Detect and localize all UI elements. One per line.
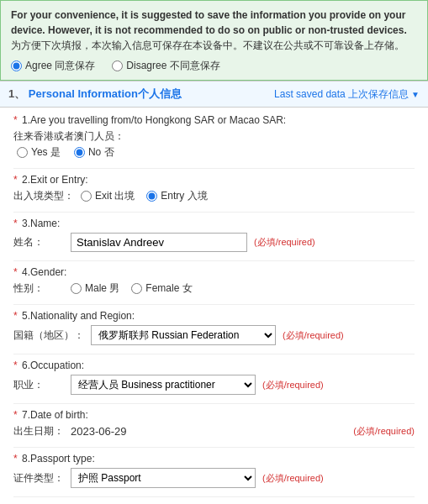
disagree-radio[interactable] [112, 60, 123, 71]
q7-label: * 7.Date of birth: [13, 409, 415, 421]
q4-star: * [13, 266, 18, 278]
question-6: * 6.Occupation: 职业： 经营人员 Business practi… [13, 360, 415, 395]
q2-exit-radio[interactable] [81, 191, 92, 202]
q6-required: (必填/required) [262, 379, 324, 391]
q8-label-en: 8.Passport type: [22, 453, 95, 465]
q4-options: Male 男 Female 女 [71, 281, 193, 296]
q5-label-zh: 国籍（地区）： [13, 328, 84, 343]
agree-radio[interactable] [11, 60, 22, 71]
q2-label: * 2.Exit or Entry: [13, 174, 415, 186]
last-saved-button[interactable]: Last saved data 上次保存信息 ▼ [274, 87, 420, 102]
question-2: * 2.Exit or Entry: 出入境类型： Exit 出境 Entry … [13, 174, 415, 203]
last-saved-label: Last saved data 上次保存信息 [274, 87, 409, 102]
name-input[interactable] [71, 233, 247, 252]
q2-exit[interactable]: Exit 出境 [81, 189, 135, 203]
q5-star: * [13, 310, 18, 322]
notice-box: For your convenience, it is suggested to… [0, 0, 428, 81]
q2-options: Exit 出境 Entry 入境 [81, 189, 208, 203]
notice-zh-text: 为方便下次填报，本次输入信息可保存在本设备中。不建议在公共或不可靠设备上存储。 [11, 39, 404, 51]
q4-label-en: 4.Gender: [22, 266, 66, 278]
q5-row: 国籍（地区）： 俄罗斯联邦 Russian Federation (必填/req… [13, 325, 415, 345]
occupation-select[interactable]: 经营人员 Business practitioner [71, 375, 256, 395]
question-1: * 1.Are you travelling from/to Hongkong … [13, 114, 415, 160]
q8-row: 证件类型： 护照 Passport (必填/required) [13, 468, 415, 488]
q1-options: Yes 是 No 否 [17, 145, 415, 160]
q1-yes-label: Yes 是 [31, 145, 61, 160]
disagree-label: Disagree 不同意保存 [126, 58, 219, 73]
q1-label: * 1.Are you travelling from/to Hongkong … [13, 114, 415, 126]
q4-female-label: Female 女 [145, 281, 192, 296]
q6-label-en: 6.Occupation: [22, 360, 84, 371]
q3-label-zh: 姓名： [13, 235, 64, 249]
q4-male-radio[interactable] [71, 283, 82, 294]
q6-row: 职业： 经营人员 Business practitioner (必填/requi… [13, 375, 415, 395]
q5-label-en: 5.Nationality and Region: [22, 310, 135, 322]
q5-label: * 5.Nationality and Region: [13, 310, 415, 322]
q8-label-zh: 证件类型： [13, 471, 64, 486]
q8-label: * 8.Passport type: [13, 453, 415, 465]
dropdown-arrow-icon: ▼ [411, 90, 420, 99]
q2-label-zh: 出入境类型： [13, 189, 74, 203]
q3-row: 姓名： (必填/required) [13, 233, 415, 252]
q6-label-zh: 职业： [13, 378, 64, 392]
q4-male-label: Male 男 [85, 281, 119, 296]
question-8: * 8.Passport type: 证件类型： 护照 Passport (必填… [13, 453, 415, 488]
q1-yes[interactable]: Yes 是 [17, 145, 61, 160]
q1-star: * [13, 114, 18, 126]
section-number: 1、 [8, 87, 25, 100]
q4-female[interactable]: Female 女 [131, 281, 192, 296]
q1-label-en: 1.Are you travelling from/to Hongkong SA… [22, 114, 286, 126]
nationality-select[interactable]: 俄罗斯联邦 Russian Federation [91, 325, 276, 345]
q2-entry-radio[interactable] [146, 191, 157, 202]
q2-star: * [13, 174, 18, 186]
q5-required: (必填/required) [283, 329, 344, 342]
q2-entry-label: Entry 入境 [161, 189, 207, 203]
q4-label: * 4.Gender: [13, 266, 415, 278]
form-body: * 1.Are you travelling from/to Hongkong … [0, 108, 428, 504]
q4-female-radio[interactable] [131, 283, 142, 294]
q2-exit-label: Exit 出境 [95, 189, 135, 203]
question-4: * 4.Gender: 性别： Male 男 Female 女 [13, 266, 415, 296]
section-title-area: 1、 Personal Information个人信息 [8, 87, 182, 102]
passport-type-select[interactable]: 护照 Passport [71, 468, 256, 488]
q3-required: (必填/required) [254, 236, 315, 249]
q3-label: * 3.Name: [13, 218, 415, 229]
q2-label-en: 2.Exit or Entry: [22, 174, 88, 186]
q1-no-radio[interactable] [74, 147, 85, 158]
q7-star: * [13, 409, 18, 421]
q1-no-label: No 否 [88, 145, 114, 160]
q6-label: * 6.Occupation: [13, 360, 415, 371]
q7-label-zh: 出生日期： [13, 424, 64, 438]
dob-value: 2023-06-29 [71, 425, 127, 438]
q7-row: 出生日期： 2023-06-29 (必填/required) [13, 424, 415, 438]
q8-required: (必填/required) [262, 472, 324, 485]
q2-entry[interactable]: Entry 入境 [146, 189, 207, 203]
q4-label-zh: 性别： [13, 281, 64, 296]
q3-star: * [13, 218, 18, 229]
agree-row: Agree 同意保存 Disagree 不同意保存 [11, 58, 417, 73]
q4-male[interactable]: Male 男 [71, 281, 119, 296]
q8-star: * [13, 453, 18, 465]
section-title: Personal Information个人信息 [29, 87, 182, 100]
q7-label-en: 7.Date of birth: [22, 409, 88, 421]
agree-option[interactable]: Agree 同意保存 [11, 58, 95, 73]
q3-label-en: 3.Name: [22, 218, 60, 229]
q6-star: * [13, 360, 18, 371]
q1-yes-radio[interactable] [17, 147, 28, 158]
question-5: * 5.Nationality and Region: 国籍（地区）： 俄罗斯联… [13, 310, 415, 345]
q1-label-zh: 往来香港或者澳门人员： [13, 129, 415, 144]
q7-required: (必填/required) [353, 425, 415, 438]
question-3: * 3.Name: 姓名： (必填/required) [13, 218, 415, 252]
disagree-option[interactable]: Disagree 不同意保存 [112, 58, 219, 73]
section-header: 1、 Personal Information个人信息 Last saved d… [0, 81, 428, 108]
q4-row: 性别： Male 男 Female 女 [13, 281, 415, 296]
notice-en-text: For your convenience, it is suggested to… [11, 9, 407, 36]
q2-row: 出入境类型： Exit 出境 Entry 入境 [13, 189, 415, 203]
agree-label: Agree 同意保存 [25, 58, 95, 73]
question-7: * 7.Date of birth: 出生日期： 2023-06-29 (必填/… [13, 409, 415, 438]
q1-no[interactable]: No 否 [74, 145, 114, 160]
